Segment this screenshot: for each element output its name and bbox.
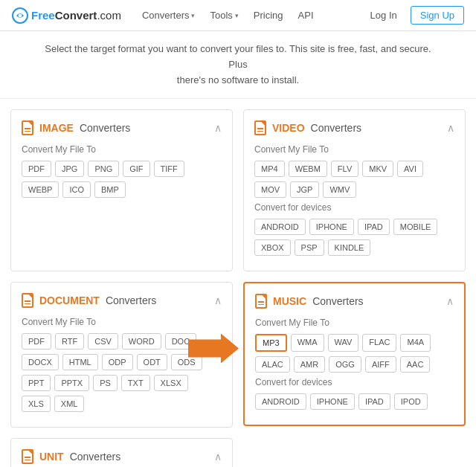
- doc-xls[interactable]: XLS: [22, 396, 51, 412]
- format-aac[interactable]: AAC: [400, 356, 431, 373]
- doc-ps[interactable]: PS: [93, 375, 118, 391]
- format-webp[interactable]: WEBP: [22, 181, 59, 198]
- image-file-icon: [22, 120, 33, 135]
- document-formats-row3: PPT PPTX PS TXT XLSX: [22, 375, 222, 391]
- logo[interactable]: FreeConvert.com: [12, 7, 121, 24]
- doc-xml[interactable]: XML: [54, 396, 85, 412]
- format-wmv[interactable]: WMV: [323, 181, 356, 198]
- format-mov[interactable]: MOV: [254, 181, 286, 198]
- nav-converters[interactable]: Converters ▾: [136, 7, 202, 24]
- svg-marker-2: [188, 333, 239, 363]
- subtitle: Select the target format you want to con…: [0, 31, 476, 99]
- unit-box-title: UNIT Converters: [22, 449, 120, 464]
- doc-html[interactable]: HTML: [62, 354, 98, 370]
- format-gif[interactable]: GIF: [123, 161, 149, 177]
- orange-arrow-svg: [188, 333, 239, 363]
- format-jgp[interactable]: JGP: [290, 181, 319, 198]
- video-devices-label: Convert for devices: [254, 202, 454, 213]
- format-avi[interactable]: AVI: [397, 161, 423, 177]
- image-section-label: Convert My File To: [22, 144, 222, 155]
- device-mobile[interactable]: MOBILE: [393, 219, 438, 235]
- music-devices-label: Convert for devices: [255, 377, 454, 387]
- image-converter-box: IMAGE Converters ∧ Convert My File To PD…: [10, 109, 233, 271]
- video-formats-row2: MOV JGP WMV: [254, 181, 454, 198]
- music-section-wrapper: MUSIC Converters ∧ Convert My File To MP…: [243, 282, 466, 428]
- doc-docx[interactable]: DOCX: [22, 354, 59, 370]
- doc-csv[interactable]: CSV: [88, 333, 118, 350]
- doc-odt[interactable]: ODT: [137, 354, 167, 370]
- device-iphone[interactable]: IPHONE: [309, 219, 354, 235]
- music-section-label: Convert My File To: [255, 318, 454, 328]
- music-file-icon: [255, 294, 267, 309]
- video-file-icon: [254, 120, 266, 135]
- image-formats: PDF JPG PNG GIF TIFF: [22, 161, 222, 177]
- format-mp4[interactable]: MP4: [254, 161, 285, 177]
- music-device-ipod[interactable]: IPOD: [394, 393, 428, 410]
- document-formats-row4: XLS XML: [22, 396, 222, 412]
- device-kindle[interactable]: KINDLE: [328, 239, 371, 256]
- format-pdf[interactable]: PDF: [22, 161, 51, 177]
- format-mkv[interactable]: MKV: [362, 161, 393, 177]
- music-box-header: MUSIC Converters ∧: [255, 294, 454, 309]
- svg-point-1: [19, 13, 22, 17]
- music-device-ipad[interactable]: IPAD: [358, 393, 390, 410]
- doc-odp[interactable]: ODP: [102, 354, 133, 370]
- format-png[interactable]: PNG: [88, 161, 119, 177]
- format-flv[interactable]: FLV: [331, 161, 358, 177]
- music-collapse-icon[interactable]: ∧: [446, 295, 454, 307]
- music-converter-box: MUSIC Converters ∧ Convert My File To MP…: [243, 282, 466, 426]
- music-device-android[interactable]: ANDROID: [255, 393, 306, 410]
- image-formats-row2: WEBP ICO BMP: [22, 181, 222, 198]
- format-amr[interactable]: AMR: [294, 356, 325, 373]
- doc-rtf[interactable]: RTF: [55, 333, 84, 350]
- format-bmp[interactable]: BMP: [94, 181, 126, 198]
- nav-api[interactable]: API: [292, 7, 320, 24]
- unit-file-icon: [22, 449, 33, 464]
- format-alac[interactable]: ALAC: [255, 356, 290, 373]
- music-device-iphone[interactable]: IPHONE: [310, 393, 355, 410]
- image-box-title: IMAGE Converters: [22, 120, 130, 135]
- device-android[interactable]: ANDROID: [254, 219, 306, 235]
- document-file-icon: [22, 293, 33, 308]
- doc-ppt[interactable]: PPT: [22, 375, 51, 391]
- nav-pricing[interactable]: Pricing: [248, 7, 289, 24]
- format-ogg[interactable]: OGG: [329, 356, 361, 373]
- video-collapse-icon[interactable]: ∧: [447, 122, 454, 134]
- format-wav[interactable]: WAV: [328, 334, 359, 352]
- doc-pptx[interactable]: PPTX: [54, 375, 89, 391]
- document-collapse-icon[interactable]: ∧: [214, 294, 222, 306]
- music-formats-row2: ALAC AMR OGG AIFF AAC: [255, 356, 454, 373]
- unit-converter-box: UNIT Converters ∧ Convert to: [10, 438, 233, 467]
- doc-txt[interactable]: TXT: [121, 375, 150, 391]
- format-tiff[interactable]: TIFF: [154, 161, 184, 177]
- video-box-header: VIDEO Converters ∧: [254, 120, 454, 135]
- device-xbox[interactable]: XBOX: [254, 239, 291, 256]
- format-m4a[interactable]: M4A: [400, 334, 431, 352]
- document-section-label: Convert My File To: [22, 317, 222, 327]
- orange-arrow-annotation: [188, 333, 239, 365]
- image-collapse-icon[interactable]: ∧: [214, 122, 222, 134]
- video-devices-row1: ANDROID IPHONE IPAD MOBILE: [254, 219, 454, 235]
- device-psp[interactable]: PSP: [295, 239, 324, 256]
- device-ipad[interactable]: IPAD: [358, 219, 390, 235]
- format-aiff[interactable]: AIFF: [365, 356, 396, 373]
- login-button[interactable]: Log In: [364, 7, 403, 24]
- format-flac[interactable]: FLAC: [362, 334, 396, 352]
- converters-dropdown-icon: ▾: [191, 12, 195, 19]
- logo-icon: [12, 7, 28, 24]
- tools-dropdown-icon: ▾: [235, 12, 239, 19]
- format-ico[interactable]: ICO: [62, 181, 91, 198]
- unit-collapse-icon[interactable]: ∧: [214, 451, 222, 463]
- nav-tools[interactable]: Tools ▾: [204, 7, 244, 24]
- signup-button[interactable]: Sign Up: [411, 6, 464, 25]
- main-nav: Converters ▾ Tools ▾ Pricing API: [136, 7, 364, 24]
- doc-word[interactable]: WORD: [122, 333, 161, 350]
- doc-xlsx[interactable]: XLSX: [154, 375, 188, 391]
- doc-pdf[interactable]: PDF: [22, 333, 51, 350]
- video-section-label: Convert My File To: [254, 144, 454, 155]
- format-mp3[interactable]: MP3: [255, 334, 287, 352]
- format-wma[interactable]: WMA: [291, 334, 324, 352]
- format-webm[interactable]: WEBM: [289, 161, 327, 177]
- unit-box-header: UNIT Converters ∧: [22, 449, 222, 464]
- format-jpg[interactable]: JPG: [55, 161, 84, 177]
